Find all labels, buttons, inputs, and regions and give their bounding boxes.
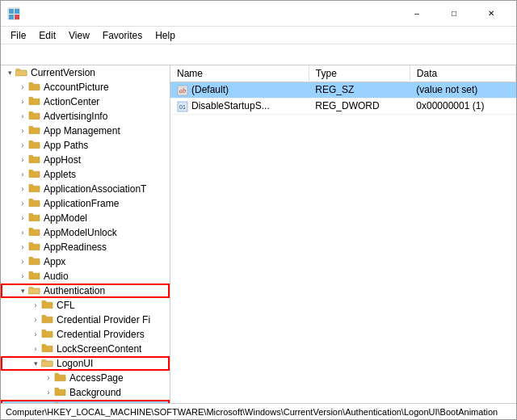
tree-toggle-accountpicture[interactable]: › (17, 80, 28, 94)
tree-label-audio: Audio (44, 271, 69, 282)
tree-item-authentication[interactable]: ▾ Authentication (1, 284, 170, 298)
cell-name-0: ab (Default) (170, 82, 309, 99)
tree-label-cfl: CFL (57, 300, 75, 311)
tree-item-appmodelunlock[interactable]: › AppModelUnlock (1, 225, 170, 240)
tree-item-appx[interactable]: › Appx (1, 254, 170, 269)
tree-toggle-appmodelunlock[interactable]: › (17, 225, 28, 240)
tree-label-logonui: LogonUI (57, 358, 93, 369)
folder-icon-background (54, 386, 67, 399)
tree-item-audio[interactable]: › Audio (1, 269, 170, 284)
folder-icon-credentialproviderfi (41, 313, 54, 326)
folder-icon-apphost (28, 153, 41, 166)
tree-toggle-appx[interactable]: › (17, 254, 28, 269)
details-table: Name Type Data ab (Default)REG_SZ(value … (170, 65, 516, 115)
tree-item-currentversion[interactable]: ▾ CurrentVersion (1, 65, 170, 80)
tree-toggle-accesspage[interactable]: › (43, 371, 54, 385)
tree-toggle-logonui[interactable]: ▾ (30, 356, 41, 371)
tree-toggle-apphost[interactable]: › (17, 153, 28, 167)
registry-editor-window: – □ ✕ File Edit View Favorites Help ▾ Cu… (0, 0, 517, 420)
tree-label-applicationassociationt: ApplicationAssociationT (44, 183, 146, 195)
table-row[interactable]: ab (Default)REG_SZ(value not set) (170, 82, 516, 99)
tree-label-credentialproviders: Credential Providers (57, 329, 145, 340)
cell-type-0: REG_SZ (309, 82, 410, 99)
tree-toggle-credentialproviders[interactable]: › (30, 327, 41, 342)
tree-item-credentialproviders[interactable]: › Credential Providers (1, 327, 170, 342)
tree-toggle-currentversion[interactable]: ▾ (4, 65, 15, 80)
menu-edit[interactable]: Edit (32, 28, 62, 43)
tree-item-logonui[interactable]: ▾ LogonUI (1, 356, 170, 371)
tree-item-lockscreencontent[interactable]: › LockScreenContent (1, 342, 170, 356)
tree-item-applicationframe[interactable]: › ApplicationFrame (1, 196, 170, 211)
tree-toggle-applicationframe[interactable]: › (17, 196, 28, 211)
title-bar: – □ ✕ (1, 1, 516, 27)
tree-label-applicationframe: ApplicationFrame (44, 198, 119, 209)
tree-label-actioncenter: ActionCenter (44, 96, 99, 107)
tree-toggle-appmodel[interactable]: › (17, 211, 28, 225)
tree-item-apppaths[interactable]: › App Paths (1, 138, 170, 153)
svg-rect-7 (41, 361, 53, 367)
tree-toggle-appreadiness[interactable]: › (17, 240, 28, 254)
folder-icon-cfl (41, 299, 54, 312)
cell-data-1: 0x00000001 (1) (410, 98, 515, 114)
tree-panel[interactable]: ▾ CurrentVersion› AccountPicture› Action… (1, 65, 170, 403)
folder-icon-appreadiness (28, 241, 41, 254)
tree-item-apphost[interactable]: › AppHost (1, 153, 170, 167)
menu-view[interactable]: View (62, 28, 96, 43)
col-data[interactable]: Data (410, 65, 515, 82)
tree-item-accesspage[interactable]: › AccessPage (1, 371, 170, 385)
tree-toggle-apppaths[interactable]: › (17, 138, 28, 153)
tree-toggle-authentication[interactable]: ▾ (17, 284, 28, 298)
svg-rect-1 (9, 9, 14, 14)
tree-toggle-audio[interactable]: › (17, 269, 28, 284)
folder-icon-applets (28, 168, 41, 181)
tree-item-accountpicture[interactable]: › AccountPicture (1, 80, 170, 94)
menu-file[interactable]: File (4, 28, 32, 43)
maximize-button[interactable]: □ (435, 1, 473, 27)
tree-item-actioncenter[interactable]: › ActionCenter (1, 94, 170, 109)
tree-item-cfl[interactable]: › CFL (1, 298, 170, 313)
col-type[interactable]: Type (309, 65, 410, 82)
tree-label-appmanagement: App Management (44, 125, 120, 136)
menu-help[interactable]: Help (149, 28, 182, 43)
tree-item-applicationassociationt[interactable]: › ApplicationAssociationT (1, 182, 170, 196)
folder-icon-authentication (28, 284, 41, 297)
tree-label-applets: Applets (44, 169, 76, 180)
tree-toggle-appmanagement[interactable]: › (17, 124, 28, 138)
tree-item-advertisinginfo[interactable]: › AdvertisingInfo (1, 109, 170, 124)
folder-icon-appmodel (28, 212, 41, 225)
address-bar[interactable] (1, 44, 516, 65)
col-name[interactable]: Name (170, 65, 309, 82)
svg-rect-5 (15, 70, 27, 76)
status-bar: Computer\HKEY_LOCAL_MACHINE\SOFTWARE\Mic… (1, 403, 516, 419)
table-row[interactable]: 01 DisableStartupS...REG_DWORD0x00000001… (170, 98, 516, 114)
tree-toggle-lockscreencontent[interactable]: › (30, 342, 41, 356)
cell-type-1: REG_DWORD (309, 98, 410, 114)
tree-item-appreadiness[interactable]: › AppReadiness (1, 240, 170, 254)
tree-item-appmodel[interactable]: › AppModel (1, 211, 170, 225)
folder-icon-accesspage (54, 372, 67, 384)
tree-label-appmodelunlock: AppModelUnlock (44, 227, 117, 238)
minimize-button[interactable]: – (398, 1, 435, 27)
tree-toggle-advertisinginfo[interactable]: › (17, 109, 28, 124)
cell-name-1: 01 DisableStartupS... (170, 98, 309, 114)
tree-item-background[interactable]: › Background (1, 385, 170, 400)
tree-toggle-applicationassociationt[interactable]: › (17, 182, 28, 196)
tree-item-appmanagement[interactable]: › App Management (1, 124, 170, 138)
tree-label-authentication: Authentication (44, 285, 105, 296)
menu-favorites[interactable]: Favorites (96, 28, 149, 43)
tree-toggle-applets[interactable]: › (17, 167, 28, 182)
tree-toggle-background[interactable]: › (43, 385, 54, 400)
tree-label-currentversion: CurrentVersion (31, 67, 95, 78)
tree-toggle-credentialproviderfi[interactable]: › (30, 313, 41, 327)
folder-icon-currentversion (15, 66, 28, 79)
tree-item-credentialproviderfi[interactable]: › Credential Provider Fi (1, 313, 170, 327)
tree-toggle-cfl[interactable]: › (30, 298, 41, 313)
tree-toggle-actioncenter[interactable]: › (17, 94, 28, 109)
folder-icon-applicationframe (28, 197, 41, 210)
svg-rect-3 (9, 15, 14, 19)
tree-item-applets[interactable]: › Applets (1, 167, 170, 182)
folder-icon-advertisinginfo (28, 110, 41, 123)
close-button[interactable]: ✕ (473, 1, 510, 27)
tree-label-appmodel: AppModel (44, 212, 87, 224)
status-text: Computer\HKEY_LOCAL_MACHINE\SOFTWARE\Mic… (6, 407, 498, 417)
